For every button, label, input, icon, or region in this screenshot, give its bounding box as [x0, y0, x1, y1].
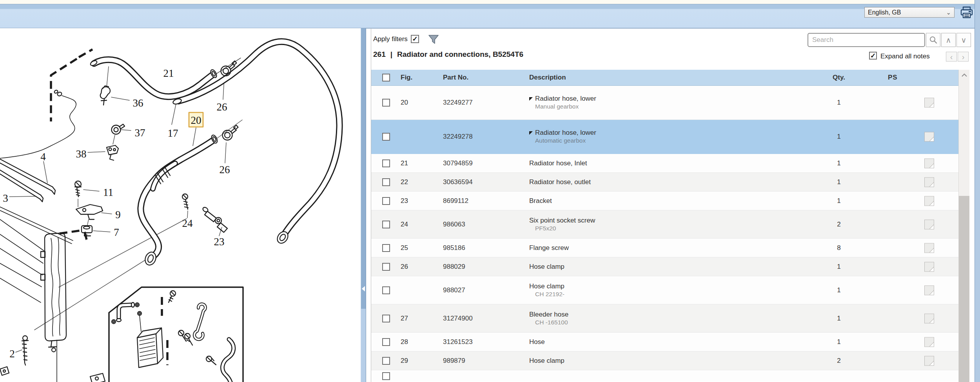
row-ps[interactable] — [924, 337, 934, 347]
part-label[interactable]: 4 — [40, 151, 46, 163]
printer-icon — [960, 6, 973, 19]
table-row[interactable] — [371, 370, 958, 382]
search-icon — [929, 36, 938, 44]
part-label[interactable]: 17 — [168, 127, 178, 139]
parts-diagram-panel[interactable]: 213626201737263843119724232 — [0, 28, 361, 382]
table-row[interactable]: 20 32249277 Radiator hose, lower Manual … — [371, 86, 958, 120]
row-fig: 21 — [401, 159, 436, 167]
table-row[interactable]: 28 31261523 Hose 1 — [371, 333, 958, 351]
filter-funnel-icon[interactable] — [428, 34, 439, 47]
table-row[interactable]: 29 989879 Hose clamp 2 — [371, 351, 958, 370]
corner-brackets-drawing — [0, 367, 105, 382]
part-label[interactable]: 38 — [76, 148, 87, 160]
part-label[interactable]: 26 — [220, 164, 230, 176]
row-ps[interactable] — [924, 98, 934, 108]
note-icon[interactable] — [924, 177, 934, 187]
table-row[interactable]: 24 986063 Six point socket screw PF5x20 … — [371, 210, 958, 239]
row-checkbox[interactable] — [382, 263, 390, 271]
row-checkbox[interactable] — [382, 244, 390, 252]
row-ps[interactable] — [924, 243, 934, 253]
apply-filters-checkbox[interactable]: ✓ — [411, 35, 419, 43]
row-checkbox[interactable] — [382, 178, 390, 186]
row-qty: 1 — [827, 338, 851, 346]
row-checkbox[interactable] — [382, 338, 390, 346]
table-row[interactable]: 32249278 Radiator hose, lower Automatic … — [371, 120, 958, 154]
header-qty: Qty. — [827, 74, 851, 81]
note-icon[interactable] — [924, 158, 934, 168]
row-ps[interactable] — [924, 158, 934, 168]
panel-splitter[interactable] — [361, 28, 366, 382]
section-separator: | — [390, 50, 392, 59]
part-label[interactable]: 2 — [9, 348, 15, 360]
previous-section-button[interactable]: ‹ — [946, 52, 957, 62]
scroll-up-icon[interactable] — [959, 71, 969, 79]
row-ps[interactable] — [924, 177, 934, 187]
table-row[interactable]: 25 985186 Flange screw 8 — [371, 239, 958, 257]
row-fig: 25 — [401, 244, 436, 252]
note-icon[interactable] — [924, 262, 934, 272]
row-checkbox[interactable] — [382, 159, 390, 167]
row-ps[interactable] — [924, 132, 934, 142]
screw-2-drawing — [22, 336, 28, 365]
part-label[interactable]: 3 — [3, 192, 8, 204]
row-checkbox[interactable] — [382, 372, 390, 380]
row-note: PF5x20 — [535, 225, 556, 232]
note-icon[interactable] — [924, 337, 934, 347]
parts-diagram: 213626201737263843119724232 — [0, 28, 361, 382]
row-checkbox[interactable] — [382, 99, 390, 107]
part-label[interactable]: 11 — [103, 186, 113, 198]
table-scrollbar[interactable] — [958, 70, 969, 382]
row-checkbox[interactable] — [382, 221, 390, 228]
table-row[interactable]: 988027 Hose clamp CH 22192- 1 — [371, 276, 958, 304]
row-part-number: 986063 — [443, 221, 525, 228]
part-label[interactable]: 9 — [115, 209, 121, 221]
row-ps[interactable] — [924, 262, 934, 272]
row-checkbox[interactable] — [382, 286, 390, 294]
row-ps[interactable] — [924, 356, 934, 366]
note-icon[interactable] — [924, 313, 934, 323]
note-icon[interactable] — [924, 285, 934, 295]
row-checkbox[interactable] — [382, 357, 390, 365]
screw-24-drawing — [182, 194, 188, 209]
expand-all-notes-checkbox[interactable]: ✓ — [869, 52, 877, 60]
collapse-left-icon[interactable] — [362, 286, 365, 291]
part-label[interactable]: 26 — [217, 101, 227, 113]
row-checkbox[interactable] — [382, 315, 390, 322]
print-button[interactable] — [959, 5, 974, 20]
table-row[interactable]: 27 31274900 Bleeder hose CH -165100 1 — [371, 304, 958, 333]
note-icon[interactable] — [924, 98, 934, 108]
row-checkbox[interactable] — [382, 133, 390, 141]
language-select[interactable]: English, GB ⌄ — [864, 7, 955, 18]
header-description: Description — [529, 74, 566, 81]
table-row[interactable]: 23 8699112 Bracket 1 — [371, 192, 958, 210]
part-label[interactable]: 36 — [133, 97, 143, 109]
next-section-button[interactable]: › — [958, 52, 969, 62]
search-input[interactable] — [808, 33, 925, 47]
part-label[interactable]: 37 — [135, 127, 145, 139]
row-ps[interactable] — [924, 313, 934, 323]
clip-36-drawing — [100, 86, 110, 105]
part-label[interactable]: 7 — [114, 226, 119, 238]
part-label[interactable]: 24 — [182, 217, 193, 229]
scrollbar-thumb[interactable] — [959, 196, 969, 382]
row-ps[interactable] — [924, 285, 934, 295]
note-icon[interactable] — [924, 219, 934, 229]
row-ps[interactable] — [924, 219, 934, 229]
select-all-checkbox[interactable] — [382, 74, 390, 81]
note-icon[interactable] — [924, 196, 934, 206]
search-previous-button[interactable]: ∧ — [941, 33, 956, 47]
table-row[interactable]: 26 988029 Hose clamp 1 — [371, 257, 958, 276]
part-label-highlighted[interactable]: 20 — [191, 114, 201, 126]
row-description: Six point socket screw PF5x20 — [529, 217, 817, 232]
row-checkbox[interactable] — [382, 197, 390, 205]
note-icon[interactable] — [924, 132, 934, 142]
part-label[interactable]: 23 — [214, 236, 225, 248]
row-ps[interactable] — [924, 196, 934, 206]
note-icon[interactable] — [924, 356, 934, 366]
table-row[interactable]: 21 30794859 Radiator hose, Inlet 1 — [371, 154, 958, 173]
table-row[interactable]: 22 30636594 Radiator hose, outlet 1 — [371, 173, 958, 192]
note-icon[interactable] — [924, 243, 934, 253]
search-next-button[interactable]: ∨ — [956, 33, 971, 47]
search-button[interactable] — [926, 33, 940, 47]
part-label[interactable]: 21 — [163, 67, 174, 79]
